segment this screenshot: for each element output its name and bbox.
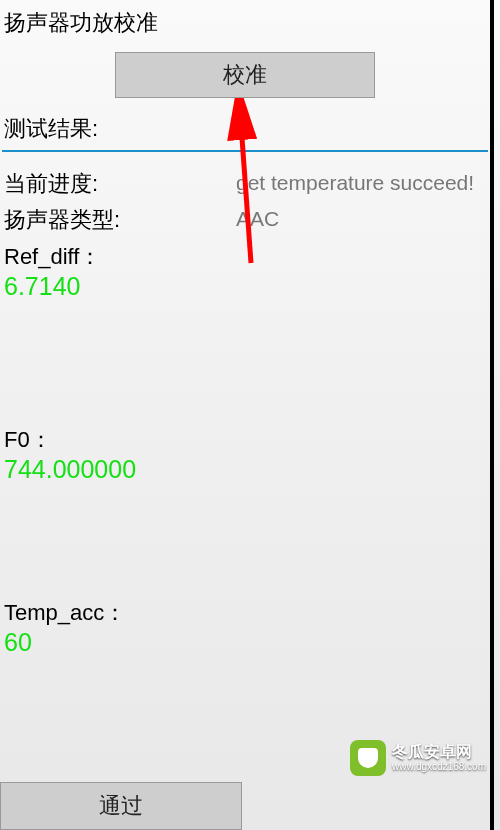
speaker-type-row: 扬声器类型: AAC: [0, 202, 490, 238]
watermark-title: 冬瓜安卓网: [392, 743, 486, 761]
progress-label: 当前进度:: [4, 168, 236, 200]
progress-row: 当前进度: get temperature succeed!: [0, 166, 490, 202]
f0-value: 744.000000: [0, 455, 490, 486]
calibrate-button[interactable]: 校准: [115, 52, 375, 98]
footer-bar: 通过: [0, 782, 484, 830]
page-title: 扬声器功放校准: [0, 0, 490, 52]
temp-acc-value: 60: [0, 628, 490, 659]
watermark-logo-icon: [350, 740, 386, 776]
ref-diff-value: 6.7140: [0, 272, 490, 303]
f0-label: F0：: [0, 423, 490, 455]
progress-value: get temperature succeed!: [236, 168, 474, 200]
watermark: 冬瓜安卓网 www.dgxcdz168.com: [350, 740, 486, 776]
divider: [2, 150, 488, 152]
speaker-type-label: 扬声器类型:: [4, 204, 236, 236]
result-label: 测试结果:: [0, 110, 490, 150]
temp-acc-label: Temp_acc：: [0, 596, 490, 628]
watermark-url: www.dgxcdz168.com: [392, 761, 486, 773]
pass-button[interactable]: 通过: [0, 782, 242, 830]
speaker-type-value: AAC: [236, 204, 279, 236]
ref-diff-label: Ref_diff：: [0, 240, 490, 272]
